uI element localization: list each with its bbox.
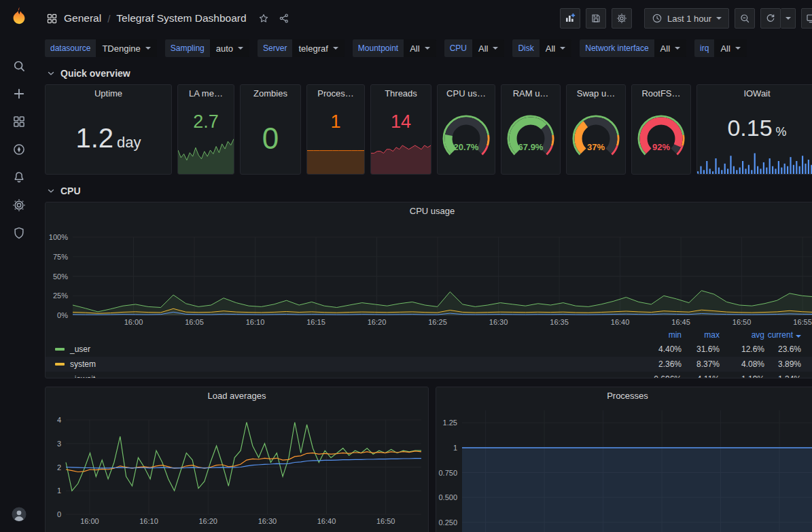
variable-value-dropdown[interactable]: telegraf [292,39,344,57]
chevron-down-icon [145,47,151,50]
legend-series[interactable]: _iowait [55,374,642,378]
svg-text:16:40: 16:40 [611,318,630,326]
panel-title[interactable]: RootFS… [632,85,690,103]
svg-text:0.750: 0.750 [438,469,457,477]
svg-text:0.250: 0.250 [438,518,457,527]
variable-label: datasource [45,39,96,57]
panel-cpu-usage: CPU usage16:0016:0516:1016:1516:2016:251… [45,202,812,378]
panel-title[interactable]: Processes [436,387,812,405]
user-avatar [11,506,27,522]
share-dashboard-button[interactable] [277,12,291,25]
panel-title[interactable]: RAM u… [501,85,560,103]
star-dashboard-button[interactable] [257,12,270,25]
sidebar-item-explore[interactable] [11,141,27,158]
panel-title[interactable]: Threads [371,85,431,103]
sidebar-item-configuration[interactable] [11,197,27,213]
sidebar-item-create[interactable] [11,86,27,102]
add-panel-button[interactable] [560,8,580,29]
breadcrumb-title[interactable]: Telegraf System Dashboard [116,12,246,24]
stat-body: 37% [567,103,625,174]
chevron-down-icon [735,47,741,50]
variable-label: irq [694,39,714,57]
cycle-view-mode-button[interactable] [801,8,812,29]
svg-text:1: 1 [453,444,457,452]
save-dashboard-button[interactable] [586,8,606,29]
legend-column-avg[interactable]: avg [720,330,764,340]
row-header-quick-overview[interactable]: Quick overview [45,64,805,83]
legend-column-min[interactable]: min [642,330,682,340]
legend-value-current: 23.6% [764,344,801,354]
variables-bar: datasourceTDengineSamplingautoServertele… [38,37,812,60]
legend-column-max[interactable]: max [682,330,720,340]
refresh-interval-button[interactable] [781,8,796,29]
sidebar-item-server-admin[interactable] [11,225,27,241]
variable-value-dropdown[interactable]: TDengine [96,39,156,57]
stat-panel-zombies: Zombies0 [240,84,301,175]
breadcrumb-folder[interactable]: General [64,12,101,24]
panel-title[interactable]: LA me… [178,85,234,103]
row-header-cpu[interactable]: CPU [45,181,805,200]
cpu-usage-chart[interactable]: 16:0016:0516:1016:1516:2016:2516:3016:35… [46,220,812,326]
stat-value: 0 [262,122,279,156]
processes-chart[interactable]: 16:0016:1016:2016:3016:4016:501.2510.750… [436,405,812,532]
stat-value: 1.2day [75,123,141,154]
svg-text:37%: 37% [587,142,605,152]
panel-title[interactable]: Swap u… [567,85,625,103]
zoom-out-time-button[interactable] [735,8,755,29]
legend-value-min: 4.40% [642,344,682,354]
svg-text:75%: 75% [53,253,68,261]
refresh-button[interactable] [760,8,781,29]
legend-series[interactable]: system [55,359,642,369]
svg-text:16:30: 16:30 [489,318,508,326]
search-icon [12,59,26,73]
variable-current-value: telegraf [298,43,328,54]
panel-title[interactable]: IOWait [697,85,812,103]
variable-sampling: Samplingauto [165,39,249,57]
time-range-label: Last 1 hour [667,14,711,24]
stat-body: 0 [241,103,300,174]
panel-title[interactable]: Load averages [46,387,428,405]
top-navbar: General / Telegraf System Dashboard Last… [38,0,812,37]
plus-icon [12,87,26,101]
variable-value-dropdown[interactable]: All [540,39,571,57]
stat-value-number: 1.2 [75,123,113,154]
panel-title[interactable]: CPU usage [46,202,812,220]
legend-swatch [55,378,65,378]
dashboard-settings-button[interactable] [612,8,632,29]
variable-value-dropdown[interactable]: All [404,39,436,57]
load-averages-chart[interactable]: 16:0016:1016:2016:3016:4016:5001234 [46,405,428,532]
legend-header: minmaxavgcurrent [46,328,812,342]
sparkline [371,143,431,174]
stat-value: 1 [330,111,340,132]
variable-value-dropdown[interactable]: All [654,39,686,57]
grafana-logo[interactable] [8,6,30,28]
variable-datasource: datasourceTDengine [45,39,157,57]
stat-panel-proces: Proces…1 [306,84,365,175]
variable-value-dropdown[interactable]: All [714,39,746,57]
legend-column-current[interactable]: current [764,330,801,340]
legend-series-name: _user [70,344,90,354]
panel-title[interactable]: Proces… [307,85,364,103]
panel-title[interactable]: Zombies [241,85,300,103]
variable-value-dropdown[interactable]: auto [210,39,249,57]
panel-title[interactable]: Uptime [46,85,171,103]
panel-title[interactable]: CPU us… [438,85,495,103]
svg-text:16:30: 16:30 [258,517,277,525]
legend-series[interactable]: _user [55,344,642,354]
stat-body: 20.7% [438,103,495,174]
sidebar-item-dashboards[interactable] [11,113,27,130]
svg-text:16:05: 16:05 [185,318,204,326]
legend-swatch [55,363,65,366]
sidebar-user-profile[interactable] [11,506,27,522]
time-range-button[interactable]: Last 1 hour [644,8,729,29]
variable-value-dropdown[interactable]: All [472,39,504,57]
svg-text:4: 4 [57,416,61,424]
legend-swatch [55,348,65,351]
variable-label: Server [258,39,292,57]
save-icon [590,13,601,24]
sidebar-item-search[interactable] [11,58,27,74]
sparkline [178,136,234,174]
sidebar-item-alerting[interactable] [11,169,27,185]
svg-text:1: 1 [57,486,61,495]
variable-current-value: TDengine [102,43,140,54]
